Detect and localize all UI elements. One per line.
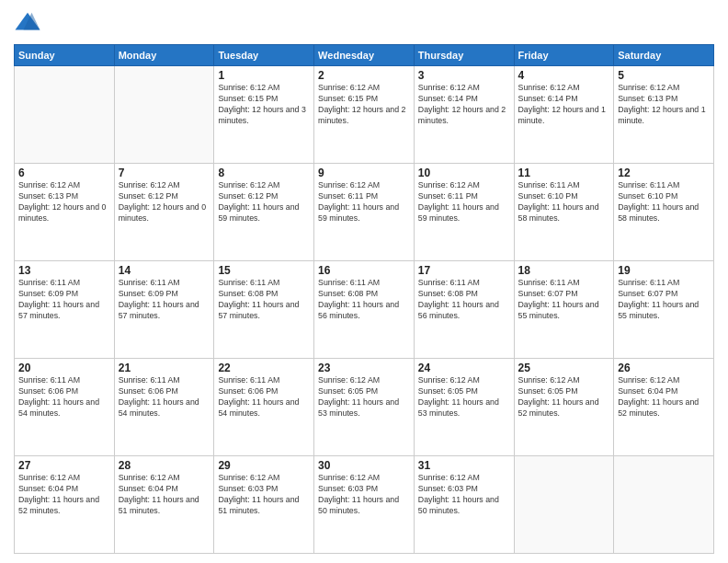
day-info: Sunrise: 6:12 AM Sunset: 6:14 PM Dayligh… [418,83,510,127]
day-number: 26 [618,362,710,374]
day-number: 2 [318,69,410,82]
day-info: Sunrise: 6:11 AM Sunset: 6:10 PM Dayligh… [618,180,710,224]
header [14,9,714,37]
day-info: Sunrise: 6:12 AM Sunset: 6:14 PM Dayligh… [518,83,610,127]
calendar-day-header: Sunday [15,45,115,66]
calendar-day-cell: 2Sunrise: 6:12 AM Sunset: 6:15 PM Daylig… [314,66,415,164]
day-number: 29 [218,459,310,472]
calendar-day-cell: 8Sunrise: 6:12 AM Sunset: 6:12 PM Daylig… [214,164,314,261]
calendar-week-row: 6Sunrise: 6:12 AM Sunset: 6:13 PM Daylig… [15,164,714,261]
day-number: 9 [318,167,410,179]
day-info: Sunrise: 6:11 AM Sunset: 6:09 PM Dayligh… [119,278,210,322]
day-number: 11 [518,167,610,179]
day-number: 17 [418,264,510,277]
day-info: Sunrise: 6:12 AM Sunset: 6:03 PM Dayligh… [418,473,510,517]
day-number: 30 [318,459,410,472]
day-number: 24 [418,362,510,374]
day-info: Sunrise: 6:12 AM Sunset: 6:05 PM Dayligh… [318,375,410,419]
calendar-day-cell: 10Sunrise: 6:12 AM Sunset: 6:11 PM Dayli… [414,164,514,261]
day-number: 10 [418,167,510,179]
calendar-day-cell: 15Sunrise: 6:11 AM Sunset: 6:08 PM Dayli… [214,261,314,359]
calendar-day-cell: 31Sunrise: 6:12 AM Sunset: 6:03 PM Dayli… [414,456,514,554]
day-info: Sunrise: 6:11 AM Sunset: 6:07 PM Dayligh… [618,278,710,322]
day-number: 15 [218,264,310,277]
calendar-table: SundayMondayTuesdayWednesdayThursdayFrid… [14,44,714,554]
calendar-day-cell [15,66,115,164]
day-number: 28 [119,459,210,472]
day-info: Sunrise: 6:11 AM Sunset: 6:06 PM Dayligh… [218,375,310,419]
calendar-day-cell [614,456,714,554]
calendar-day-header: Tuesday [214,45,314,66]
day-number: 27 [18,459,110,472]
calendar-header-row: SundayMondayTuesdayWednesdayThursdayFrid… [15,45,714,66]
logo-icon [14,9,41,37]
day-number: 7 [119,167,210,179]
calendar-week-row: 27Sunrise: 6:12 AM Sunset: 6:04 PM Dayli… [15,456,714,554]
calendar-day-cell: 5Sunrise: 6:12 AM Sunset: 6:13 PM Daylig… [614,66,714,164]
calendar-day-cell: 4Sunrise: 6:12 AM Sunset: 6:14 PM Daylig… [514,66,614,164]
day-info: Sunrise: 6:12 AM Sunset: 6:11 PM Dayligh… [318,180,410,224]
day-info: Sunrise: 6:12 AM Sunset: 6:15 PM Dayligh… [218,83,310,127]
calendar-day-cell: 16Sunrise: 6:11 AM Sunset: 6:08 PM Dayli… [314,261,415,359]
calendar-day-cell: 21Sunrise: 6:11 AM Sunset: 6:06 PM Dayli… [114,359,214,456]
calendar-week-row: 20Sunrise: 6:11 AM Sunset: 6:06 PM Dayli… [15,359,714,456]
calendar-day-cell: 29Sunrise: 6:12 AM Sunset: 6:03 PM Dayli… [214,456,314,554]
day-info: Sunrise: 6:12 AM Sunset: 6:03 PM Dayligh… [318,473,410,517]
day-info: Sunrise: 6:12 AM Sunset: 6:05 PM Dayligh… [518,375,610,419]
day-info: Sunrise: 6:11 AM Sunset: 6:08 PM Dayligh… [418,278,510,322]
day-number: 31 [418,459,510,472]
day-number: 19 [618,264,710,277]
day-number: 20 [18,362,110,374]
day-info: Sunrise: 6:12 AM Sunset: 6:05 PM Dayligh… [418,375,510,419]
day-info: Sunrise: 6:12 AM Sunset: 6:15 PM Dayligh… [318,83,410,127]
calendar-day-header: Friday [514,45,614,66]
day-info: Sunrise: 6:11 AM Sunset: 6:08 PM Dayligh… [218,278,310,322]
day-info: Sunrise: 6:12 AM Sunset: 6:12 PM Dayligh… [119,180,210,224]
calendar-day-cell: 7Sunrise: 6:12 AM Sunset: 6:12 PM Daylig… [114,164,214,261]
day-info: Sunrise: 6:12 AM Sunset: 6:03 PM Dayligh… [218,473,310,517]
calendar-day-cell: 13Sunrise: 6:11 AM Sunset: 6:09 PM Dayli… [15,261,115,359]
day-info: Sunrise: 6:11 AM Sunset: 6:06 PM Dayligh… [18,375,110,419]
calendar-day-cell: 19Sunrise: 6:11 AM Sunset: 6:07 PM Dayli… [614,261,714,359]
calendar-day-cell: 23Sunrise: 6:12 AM Sunset: 6:05 PM Dayli… [314,359,415,456]
calendar-day-cell: 9Sunrise: 6:12 AM Sunset: 6:11 PM Daylig… [314,164,415,261]
day-number: 4 [518,69,610,82]
day-info: Sunrise: 6:12 AM Sunset: 6:04 PM Dayligh… [119,473,210,517]
calendar-day-cell: 26Sunrise: 6:12 AM Sunset: 6:04 PM Dayli… [614,359,714,456]
day-info: Sunrise: 6:11 AM Sunset: 6:07 PM Dayligh… [518,278,610,322]
calendar-day-cell: 27Sunrise: 6:12 AM Sunset: 6:04 PM Dayli… [15,456,115,554]
day-number: 8 [218,167,310,179]
logo [14,9,45,37]
day-info: Sunrise: 6:12 AM Sunset: 6:12 PM Dayligh… [218,180,310,224]
calendar-week-row: 1Sunrise: 6:12 AM Sunset: 6:15 PM Daylig… [15,66,714,164]
calendar-day-cell: 25Sunrise: 6:12 AM Sunset: 6:05 PM Dayli… [514,359,614,456]
calendar-day-cell: 3Sunrise: 6:12 AM Sunset: 6:14 PM Daylig… [414,66,514,164]
day-number: 21 [119,362,210,374]
calendar-day-cell: 6Sunrise: 6:12 AM Sunset: 6:13 PM Daylig… [15,164,115,261]
page: SundayMondayTuesdayWednesdayThursdayFrid… [0,0,728,563]
calendar-day-header: Saturday [614,45,714,66]
day-number: 12 [618,167,710,179]
calendar-day-cell: 12Sunrise: 6:11 AM Sunset: 6:10 PM Dayli… [614,164,714,261]
calendar-day-cell: 17Sunrise: 6:11 AM Sunset: 6:08 PM Dayli… [414,261,514,359]
day-info: Sunrise: 6:12 AM Sunset: 6:13 PM Dayligh… [18,180,110,224]
day-info: Sunrise: 6:12 AM Sunset: 6:13 PM Dayligh… [618,83,710,127]
calendar-day-cell [514,456,614,554]
day-number: 22 [218,362,310,374]
day-number: 3 [418,69,510,82]
calendar-day-cell: 14Sunrise: 6:11 AM Sunset: 6:09 PM Dayli… [114,261,214,359]
day-number: 5 [618,69,710,82]
calendar-day-header: Thursday [414,45,514,66]
day-info: Sunrise: 6:12 AM Sunset: 6:04 PM Dayligh… [18,473,110,517]
calendar-day-cell: 24Sunrise: 6:12 AM Sunset: 6:05 PM Dayli… [414,359,514,456]
day-number: 14 [119,264,210,277]
calendar-day-cell: 22Sunrise: 6:11 AM Sunset: 6:06 PM Dayli… [214,359,314,456]
calendar-day-cell: 11Sunrise: 6:11 AM Sunset: 6:10 PM Dayli… [514,164,614,261]
day-number: 13 [18,264,110,277]
calendar-day-header: Wednesday [314,45,415,66]
day-number: 6 [18,167,110,179]
calendar-day-cell: 20Sunrise: 6:11 AM Sunset: 6:06 PM Dayli… [15,359,115,456]
calendar-week-row: 13Sunrise: 6:11 AM Sunset: 6:09 PM Dayli… [15,261,714,359]
day-number: 25 [518,362,610,374]
day-info: Sunrise: 6:12 AM Sunset: 6:11 PM Dayligh… [418,180,510,224]
